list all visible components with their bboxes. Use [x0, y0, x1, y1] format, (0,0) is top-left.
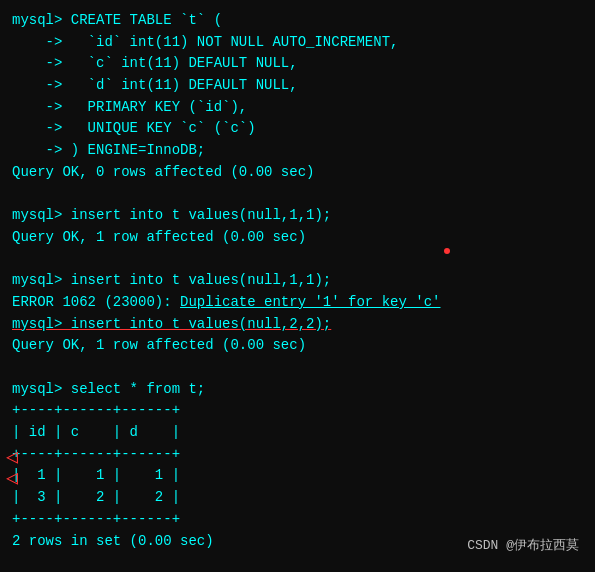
terminal-line: Query OK, 1 row affected (0.00 sec) — [12, 335, 583, 357]
terminal-line — [12, 249, 583, 271]
terminal-line: -> `c` int(11) DEFAULT NULL, — [12, 53, 583, 75]
terminal-line: mysql> CREATE TABLE `t` ( — [12, 10, 583, 32]
terminal-line: mysql> select * from t; — [12, 379, 583, 401]
table-border-bottom: +----+------+------+ — [12, 509, 583, 531]
terminal-window: mysql> CREATE TABLE `t` ( -> `id` int(11… — [0, 0, 595, 562]
watermark: CSDN @伊布拉西莫 — [467, 536, 579, 554]
terminal-line: -> UNIQUE KEY `c` (`c`) — [12, 118, 583, 140]
terminal-line: Query OK, 0 rows affected (0.00 sec) — [12, 162, 583, 184]
table-row-1: | 1 | 1 | 1 | — [12, 465, 583, 487]
terminal-line — [12, 357, 583, 379]
arrow-indicator-2: ◁ — [6, 465, 18, 490]
terminal-line: Query OK, 1 row affected (0.00 sec) — [12, 227, 583, 249]
table-header: | id | c | d | — [12, 422, 583, 444]
terminal-line — [12, 184, 583, 206]
table-row-2: | 3 | 2 | 2 | — [12, 487, 583, 509]
terminal-line: mysql> insert into t values(null,1,1); — [12, 270, 583, 292]
terminal-line: -> ) ENGINE=InnoDB; — [12, 140, 583, 162]
table-border-mid: +----+------+------+ — [12, 444, 583, 466]
terminal-line: -> `d` int(11) DEFAULT NULL, — [12, 75, 583, 97]
terminal-line: mysql> insert into t values(null,1,1); — [12, 205, 583, 227]
red-dot — [444, 248, 450, 254]
terminal-error-line: ERROR 1062 (23000): Duplicate entry '1' … — [12, 292, 583, 314]
table-border-top: +----+------+------+ — [12, 400, 583, 422]
terminal-line: -> `id` int(11) NOT NULL AUTO_INCREMENT, — [12, 32, 583, 54]
terminal-line: -> PRIMARY KEY (`id`), — [12, 97, 583, 119]
terminal-line: mysql> insert into t values(null,2,2); — [12, 314, 583, 336]
